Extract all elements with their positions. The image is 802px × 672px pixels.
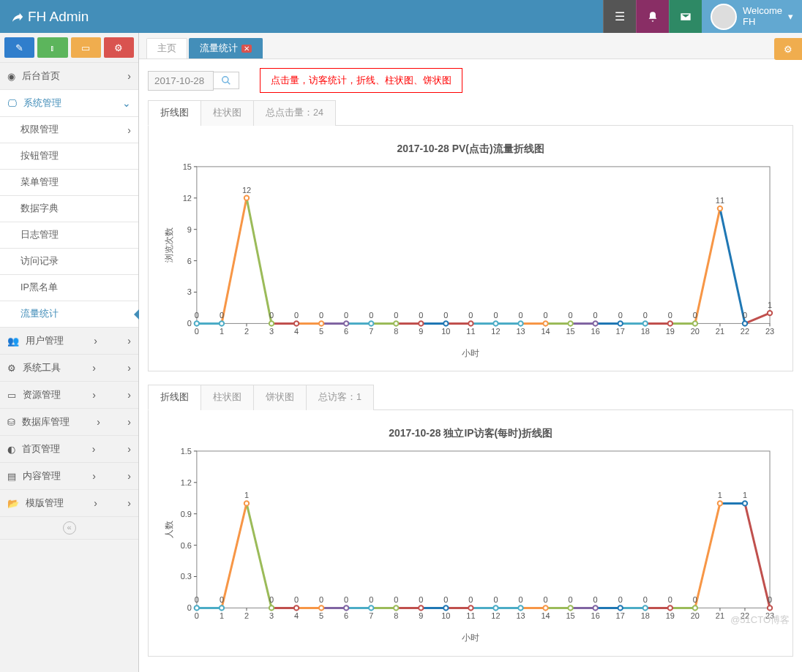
svg-text:0.3: 0.3 [181,573,192,581]
chart1-tab-bar[interactable]: 柱状图 [200,100,254,126]
signal-icon[interactable]: ⫾ [37,37,67,58]
sidebar-subitem[interactable]: 日志管理 [0,222,138,249]
cog-icon[interactable]: ⚙ [104,37,134,58]
svg-text:0: 0 [618,311,623,320]
svg-point-122 [643,321,648,325]
tab-traffic[interactable]: 流量统计 ✕ [189,38,263,58]
svg-point-94 [294,321,299,325]
svg-text:16: 16 [591,327,600,336]
sidebar-item[interactable]: ⚙系统工具›› [0,355,138,382]
user-menu[interactable]: Welcome FH ▾ [702,0,802,33]
sidebar-subitem[interactable]: 流量统计 [0,301,138,328]
svg-point-247 [518,605,522,610]
svg-point-253 [593,605,597,610]
close-icon[interactable]: ✕ [241,45,252,53]
svg-text:0: 0 [544,596,548,605]
chart2-tab-bar[interactable]: 柱状图 [200,385,254,410]
svg-text:18: 18 [641,327,650,336]
caret-down-icon: ▾ [788,11,793,22]
sidebar-item[interactable]: ⛁数据库管理›› [0,409,138,436]
svg-point-126 [693,321,697,325]
svg-text:16: 16 [591,612,600,621]
svg-text:1: 1 [718,491,722,500]
sidebar-item[interactable]: ▭资源管理›› [0,382,138,409]
sidebar-subitem[interactable]: 数据字典 [0,196,138,222]
sidebar-item-label: 权限管理 [20,124,59,136]
sidebar-item-label: 系统工具 [23,361,61,374]
svg-text:1: 1 [220,612,224,621]
chevron-down-icon: ⌄ [122,97,131,109]
svg-point-112 [518,321,522,325]
svg-text:12: 12 [242,186,251,195]
leaf-icon [10,10,23,23]
sidebar-item[interactable]: ◐首页管理›› [0,436,138,463]
tab-home[interactable]: 主页 [146,38,187,58]
mail-icon[interactable] [669,0,702,33]
date-input[interactable] [148,71,214,91]
sidebar-item[interactable]: 🖵系统管理⌄ [0,90,138,117]
chart2-tab-pie[interactable]: 饼状图 [253,385,307,410]
sidebar-item-label: 流量统计 [20,308,59,320]
sidebar-subitem[interactable]: 菜单管理 [0,170,138,196]
chart2-tab-line[interactable]: 折线图 [148,385,201,410]
svg-point-92 [269,321,274,325]
menu-icon: ◉ [7,71,15,82]
search-button[interactable] [214,72,239,89]
menu-icon: ▤ [7,471,16,482]
svg-text:0: 0 [394,596,398,605]
svg-text:浏览次数: 浏览次数 [164,227,174,263]
sidebar-subitem[interactable]: 访问记录 [0,249,138,275]
svg-text:0: 0 [344,596,348,605]
svg-text:1: 1 [220,327,224,336]
collapse-sidebar[interactable]: « [0,517,138,540]
svg-text:14: 14 [541,327,550,336]
chart2-panel: 2017-10-28 独立IP访客(每时)折线图00.30.60.91.21.5… [148,410,793,656]
svg-point-263 [718,501,722,505]
svg-point-229 [294,605,299,610]
sidebar-item[interactable]: 👥用户管理›› [0,328,138,355]
book-icon[interactable]: ▭ [71,37,101,58]
footer-text: 掌柜：青苔901027 [148,670,793,672]
chart1-tab-line[interactable]: 折线图 [148,100,201,126]
svg-text:0: 0 [643,596,648,605]
brand[interactable]: FH Admin [0,9,99,25]
svg-text:0: 0 [668,311,672,320]
sidebar-item[interactable]: 📂模版管理›› [0,490,138,517]
svg-text:2017-10-28  PV(点击)流量折线图: 2017-10-28 PV(点击)流量折线图 [397,143,544,154]
bell-icon[interactable] [636,0,669,33]
svg-text:0: 0 [419,596,423,605]
svg-text:0: 0 [187,604,192,613]
chevron-icon: › [92,443,96,455]
sidebar-subitem[interactable]: IP黑名单 [0,275,138,301]
svg-text:0: 0 [743,311,747,320]
pencil-icon[interactable]: ✎ [4,37,34,58]
svg-text:14: 14 [541,612,550,621]
sidebar-item[interactable]: ▤内容管理›› [0,463,138,490]
chevron-icon: › [92,470,96,482]
svg-text:0: 0 [518,596,522,605]
tasks-icon[interactable]: ☰ [603,0,636,33]
svg-point-116 [568,321,572,325]
svg-text:7: 7 [369,612,373,621]
sidebar-item[interactable]: ◉后台首页› [0,63,138,90]
svg-point-251 [568,605,572,610]
sidebar-item-label: 日志管理 [20,229,59,241]
svg-text:0: 0 [195,327,199,336]
svg-point-227 [269,605,274,610]
svg-text:6: 6 [344,612,348,621]
svg-text:0: 0 [569,311,573,320]
svg-text:0: 0 [319,311,323,320]
svg-point-231 [319,605,323,610]
svg-text:0.6: 0.6 [181,541,192,550]
sidebar-subitem[interactable]: 按钮管理 [0,143,138,170]
svg-point-106 [443,321,448,325]
svg-point-225 [244,501,249,505]
sidebar-subitem[interactable]: 权限管理› [0,117,138,143]
svg-text:0: 0 [643,311,648,320]
sidebar-item-label: 用户管理 [26,334,64,347]
svg-text:0: 0 [569,596,573,605]
svg-point-259 [668,605,672,610]
svg-point-98 [344,321,348,325]
svg-text:0: 0 [768,596,772,605]
settings-gear-icon[interactable]: ⚙ [774,38,802,60]
